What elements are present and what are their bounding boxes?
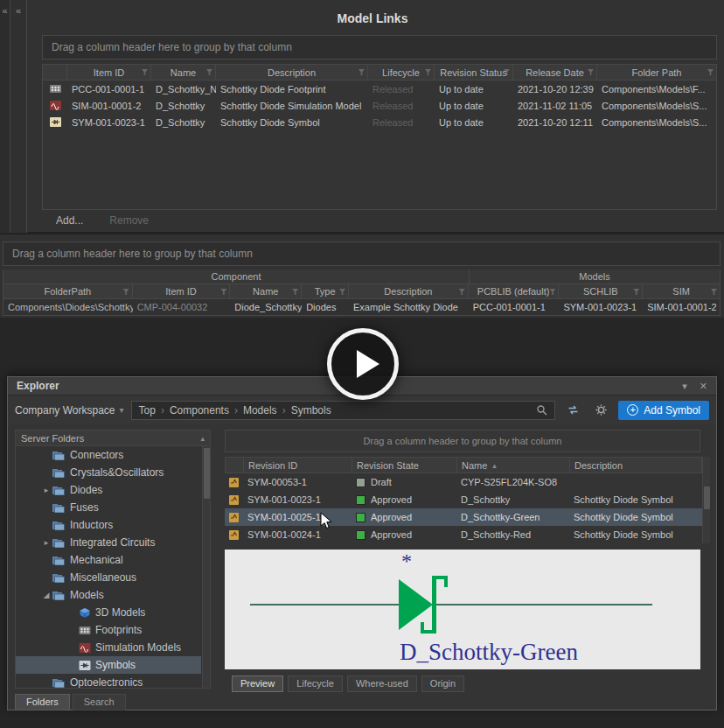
expand-icon[interactable]: ▸	[40, 486, 52, 494]
add-button[interactable]: Add...	[56, 214, 83, 227]
filter-icon[interactable]	[206, 69, 212, 75]
collapsed-panel-strip-1[interactable]: «	[0, 0, 10, 233]
filter-icon[interactable]	[292, 289, 298, 295]
tree-item-inductors[interactable]: Inductors	[16, 516, 201, 534]
tab-where-used[interactable]: Where-used	[347, 676, 417, 692]
grid-scrollbar-thumb[interactable]	[704, 486, 710, 509]
filter-icon[interactable]	[707, 69, 714, 75]
header-release-date[interactable]: Release Date	[513, 65, 597, 80]
filter-icon[interactable]	[549, 289, 555, 295]
tree-item-mechanical[interactable]: Mechanical	[16, 551, 201, 569]
symbol-row[interactable]: SYM-001-0024-1 Approved D_Schottky-Red S…	[225, 526, 702, 543]
collapse-left-icon[interactable]: «	[2, 5, 7, 16]
table-row[interactable]: PCC-001-0001-1 D_Schottky_N Schottky Dio…	[43, 80, 716, 97]
header-name[interactable]: Name	[230, 284, 302, 298]
tree-item-symbols[interactable]: Symbols	[16, 656, 201, 674]
tree-item-integrated-circuits[interactable]: ▸Integrated Circuits	[16, 534, 201, 551]
filter-icon[interactable]	[588, 69, 594, 75]
filter-icon[interactable]	[339, 289, 345, 295]
header-lifecycle[interactable]: Lifecycle	[368, 65, 435, 80]
header-icon-column[interactable]	[43, 65, 67, 80]
search-icon[interactable]	[536, 404, 547, 416]
symbol-row[interactable]: SYM-00053-1 Draft CYP-S25FL204K-SO8	[225, 473, 702, 491]
video-play-button[interactable]	[327, 328, 399, 400]
header-name[interactable]: Name	[151, 65, 216, 80]
remove-button[interactable]: Remove	[109, 214, 149, 227]
tree-header[interactable]: Server Folders ▴	[16, 430, 210, 446]
header-item-id[interactable]: Item ID	[133, 284, 231, 298]
tree-item-footprints[interactable]: Footprints	[16, 621, 201, 639]
collapse-left-icon[interactable]: «	[16, 5, 21, 16]
close-icon[interactable]: ✕	[700, 381, 707, 392]
gear-icon[interactable]	[590, 401, 611, 420]
model-links-actions: Add... Remove	[56, 214, 149, 227]
header-schlib[interactable]: SCHLIB	[559, 284, 643, 298]
group-by-bar[interactable]: Drag a column header here to group by th…	[3, 242, 721, 266]
cell-folder-path: Components\Models\S...	[597, 114, 716, 130]
tab-preview[interactable]: Preview	[232, 676, 283, 692]
expand-icon[interactable]: ▸	[40, 538, 52, 547]
header-item-id[interactable]: Item ID	[67, 65, 151, 80]
group-header-component[interactable]: Component	[3, 270, 470, 284]
grid-scrollbar[interactable]	[702, 457, 710, 543]
filter-icon[interactable]	[459, 289, 465, 295]
header-type[interactable]: Type	[302, 284, 349, 298]
header-sim[interactable]: SIM	[643, 284, 720, 298]
breadcrumb-symbols[interactable]: Symbols	[291, 404, 331, 416]
breadcrumb-models[interactable]: Models	[243, 404, 277, 416]
header-icon-column[interactable]	[226, 458, 244, 472]
symbol-row[interactable]: SYM-001-0023-1 Approved D_Schottky Schot…	[225, 491, 702, 508]
header-revision-status[interactable]: Revision Status	[435, 65, 513, 80]
group-by-hint: Drag a column header here to group by th…	[52, 41, 292, 53]
filter-icon[interactable]	[425, 69, 431, 75]
filter-icon[interactable]	[359, 69, 365, 75]
component-row[interactable]: Components\Diodes\Schottky CMP-004-00032…	[3, 299, 720, 315]
tab-folders[interactable]: Folders	[15, 694, 70, 710]
tree-item-3d-models[interactable]: 3D Models	[16, 604, 201, 621]
group-header-models[interactable]: Models	[470, 270, 720, 284]
tree-item-optoelectronics[interactable]: Optoelectronics	[16, 674, 201, 689]
filter-icon[interactable]	[123, 289, 129, 295]
header-folderpath[interactable]: FolderPath	[3, 284, 133, 298]
header-pcblib[interactable]: PCBLIB (default)	[469, 284, 560, 298]
header-description[interactable]: Description	[216, 65, 368, 80]
header-revision-state[interactable]: Revision State	[352, 458, 457, 472]
breadcrumb: Top › Components › Models › Symbols	[131, 401, 556, 420]
add-symbol-button[interactable]: + Add Symbol	[618, 401, 709, 420]
tree-item-simulation-models[interactable]: Simulation Models	[16, 639, 201, 656]
tree-item-connectors[interactable]: Connectors	[16, 446, 201, 464]
panel-menu-icon[interactable]: ▾	[682, 381, 687, 392]
header-revision-id[interactable]: Revision ID	[244, 458, 352, 472]
workspace-dropdown[interactable]: Company Workspace ▾	[15, 404, 124, 416]
group-by-bar[interactable]: Drag a column header here to group by th…	[42, 35, 717, 60]
tree-item-fuses[interactable]: Fuses	[16, 499, 201, 516]
tree-item-crystals-oscillators[interactable]: Crystals&Oscillators	[16, 464, 201, 481]
tree-item-miscellaneous[interactable]: Miscellaneous	[16, 569, 201, 586]
filter-icon[interactable]	[633, 289, 639, 295]
filter-icon[interactable]	[711, 289, 717, 295]
folder-icon	[52, 467, 66, 478]
collapsed-panel-strip-2[interactable]: «	[10, 0, 27, 233]
filter-icon[interactable]	[142, 69, 148, 75]
symbol-row-selected[interactable]: SYM-001-0025-1 Approved D_Schottky-Green…	[225, 508, 702, 526]
group-by-bar[interactable]: Drag a column header to group by that co…	[225, 430, 700, 452]
breadcrumb-top[interactable]: Top	[139, 404, 156, 416]
symbol-icon	[225, 529, 243, 541]
table-row[interactable]: SYM-001-0023-1 D_Schottky Schottky Diode…	[43, 114, 716, 130]
tab-lifecycle[interactable]: Lifecycle	[288, 676, 343, 692]
tab-search[interactable]: Search	[73, 694, 126, 710]
tree-item-diodes[interactable]: ▸Diodes	[16, 481, 201, 499]
tree-scrollbar-thumb[interactable]	[204, 448, 210, 499]
tab-origin[interactable]: Origin	[421, 676, 464, 692]
header-description[interactable]: Description	[570, 458, 701, 472]
header-name[interactable]: Name▴	[457, 458, 570, 472]
header-folder-path[interactable]: Folder Path	[597, 65, 716, 80]
header-description[interactable]: Description	[349, 284, 469, 298]
filter-icon[interactable]	[220, 289, 226, 295]
collapse-icon[interactable]: ◢	[40, 591, 52, 599]
table-row[interactable]: SIM-001-0001-2 D_Schottky Schottky Diode…	[43, 97, 716, 114]
refresh-icon[interactable]	[562, 401, 583, 420]
breadcrumb-components[interactable]: Components	[170, 404, 229, 416]
tree-item-models[interactable]: ◢Models	[16, 586, 201, 604]
tree-scrollbar[interactable]	[202, 446, 210, 688]
